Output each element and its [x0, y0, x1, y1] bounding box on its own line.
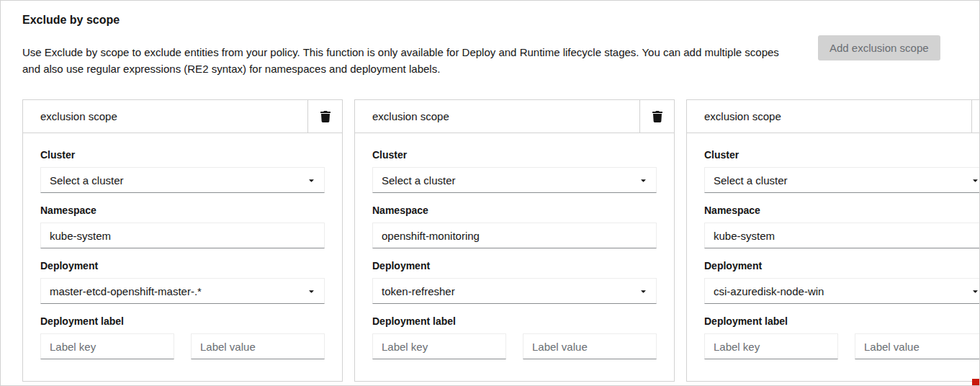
card-title: exclusion scope — [687, 100, 971, 133]
caret-down-icon — [639, 287, 647, 295]
card-body: Cluster Select a cluster Namespace Deplo… — [687, 133, 980, 381]
delete-scope-button[interactable] — [639, 100, 674, 133]
cluster-label: Cluster — [704, 149, 980, 161]
caret-down-icon — [639, 176, 647, 184]
deployment-label: Deployment — [372, 260, 657, 271]
deployment-select-value: csi-azuredisk-node-win — [714, 285, 824, 297]
exclusion-scope-card: exclusion scope Cluster Select a cluster — [22, 99, 343, 382]
card-body: Cluster Select a cluster Namespace Deplo… — [23, 133, 342, 381]
cluster-select[interactable]: Select a cluster — [704, 167, 980, 193]
section-description: Use Exclude by scope to exclude entities… — [22, 45, 818, 77]
caret-down-icon — [307, 287, 315, 295]
deployment-select[interactable]: csi-azuredisk-node-win — [704, 278, 980, 304]
cluster-label: Cluster — [372, 149, 657, 161]
namespace-input[interactable] — [704, 223, 980, 248]
card-header: exclusion scope — [687, 100, 980, 133]
deployment-select[interactable]: master-etcd-openshift-master-.* — [40, 278, 325, 304]
cluster-select-value: Select a cluster — [714, 174, 788, 187]
delete-scope-button[interactable] — [307, 100, 342, 133]
card-body: Cluster Select a cluster Namespace Deplo… — [355, 133, 674, 381]
caret-down-icon — [971, 176, 979, 184]
card-title: exclusion scope — [355, 100, 639, 133]
label-key-input[interactable] — [372, 333, 506, 359]
cluster-select-value: Select a cluster — [382, 174, 456, 187]
label-value-input[interactable] — [523, 333, 657, 359]
cluster-label: Cluster — [40, 149, 325, 161]
label-value-input[interactable] — [191, 333, 325, 359]
deployment-label-inputs — [704, 333, 980, 359]
caret-down-icon — [307, 176, 315, 184]
exclusion-scope-card: exclusion scope Cluster Select a cluster — [354, 99, 675, 382]
card-header: exclusion scope — [355, 100, 674, 133]
label-key-input[interactable] — [704, 333, 838, 359]
caret-down-icon — [971, 287, 979, 295]
deployment-label-inputs — [372, 333, 657, 359]
trash-icon — [652, 111, 662, 122]
cluster-select[interactable]: Select a cluster — [40, 167, 325, 193]
namespace-label: Namespace — [372, 205, 657, 216]
card-title: exclusion scope — [23, 100, 307, 133]
exclusion-scope-card: exclusion scope Cluster Select a cluster — [686, 99, 980, 382]
header-row: Use Exclude by scope to exclude entities… — [22, 34, 958, 88]
red-corner-marker — [972, 379, 979, 385]
namespace-label: Namespace — [704, 205, 980, 216]
deployment-select[interactable]: token-refresher — [372, 278, 657, 304]
deployment-label: Deployment — [40, 260, 325, 271]
exclude-by-scope-panel: Exclude by scope Use Exclude by scope to… — [0, 0, 980, 386]
label-value-input[interactable] — [855, 333, 980, 359]
deployment-label-label: Deployment label — [40, 315, 325, 327]
cluster-select[interactable]: Select a cluster — [372, 167, 657, 193]
card-header: exclusion scope — [23, 100, 342, 133]
cluster-select-value: Select a cluster — [50, 174, 124, 187]
deployment-label-label: Deployment label — [704, 315, 980, 327]
deployment-label: Deployment — [704, 260, 980, 271]
namespace-input[interactable] — [40, 223, 325, 248]
namespace-input[interactable] — [372, 223, 657, 248]
deployment-select-value: token-refresher — [382, 285, 455, 297]
trash-icon — [320, 111, 331, 122]
deployment-label-inputs — [40, 333, 325, 359]
deployment-select-value: master-etcd-openshift-master-.* — [50, 285, 202, 297]
label-key-input[interactable] — [40, 333, 174, 359]
page-title: Exclude by scope — [22, 14, 958, 27]
add-exclusion-scope-button[interactable]: Add exclusion scope — [818, 35, 940, 60]
delete-scope-button[interactable] — [971, 100, 980, 133]
namespace-label: Namespace — [40, 205, 325, 216]
exclusion-scope-cards: exclusion scope Cluster Select a cluster — [22, 99, 958, 382]
deployment-label-label: Deployment label — [372, 315, 657, 327]
